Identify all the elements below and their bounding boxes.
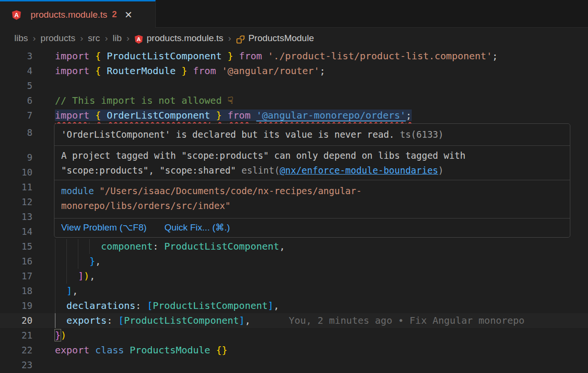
hover-eslint-line2: "scope:products", "scope:shared" eslint(… bbox=[61, 163, 570, 178]
code-token: [ bbox=[118, 315, 124, 326]
chevron-right-icon: › bbox=[80, 33, 83, 44]
quick-fix-button[interactable]: Quick Fix... (⌘.) bbox=[164, 222, 230, 232]
error-hover-popup: 'OrderListComponent' is declared but its… bbox=[54, 123, 570, 238]
line-number: 23 bbox=[0, 358, 54, 373]
editor[interactable]: 3import { ProductListComponent } from '.… bbox=[0, 49, 588, 373]
breadcrumb: libs › products › src › lib › A products… bbox=[0, 28, 588, 49]
breadcrumb-item-products[interactable]: products bbox=[41, 33, 75, 44]
line-content: exports: [ProductListComponent],You, 2 m… bbox=[54, 313, 588, 328]
line-content: ], bbox=[54, 284, 588, 298]
indent-guide bbox=[55, 269, 55, 284]
code-line-4[interactable]: 4import { RouterModule } from '@angular/… bbox=[0, 64, 588, 78]
code-token: } bbox=[227, 50, 233, 62]
code-token bbox=[210, 344, 216, 356]
code-token: } bbox=[54, 329, 61, 341]
code-token: , bbox=[72, 285, 78, 296]
code-line-15[interactable]: 15 component: ProductListComponent, bbox=[0, 239, 588, 254]
indent-guide bbox=[55, 313, 55, 328]
code-token: : bbox=[107, 315, 118, 326]
line-number: 19 bbox=[0, 298, 54, 313]
code-line-22[interactable]: 22export class ProductsModule {} bbox=[0, 343, 588, 358]
angular-icon: A bbox=[11, 10, 21, 20]
code-line-7[interactable]: 7import { OrderListComponent } from '@an… bbox=[0, 108, 588, 123]
line-number: 3 bbox=[0, 49, 54, 64]
hover-eslint-rule-link[interactable]: @nx/enforce-module-boundaries bbox=[280, 165, 438, 176]
view-problem-button[interactable]: View Problem (⌥F8) bbox=[61, 222, 147, 232]
code-token: ; bbox=[492, 50, 498, 62]
line-content: }) bbox=[54, 328, 588, 343]
tab-bar: A products.module.ts 2 ✕ bbox=[0, 0, 588, 28]
code-token: '@angular/router' bbox=[222, 65, 320, 77]
breadcrumb-item-src[interactable]: src bbox=[88, 33, 100, 44]
code-line-20[interactable]: 20 exports: [ProductListComponent],You, … bbox=[0, 313, 588, 328]
code-token: from bbox=[193, 65, 216, 77]
code-line-5[interactable]: 5 bbox=[0, 78, 588, 93]
code-token: [ bbox=[147, 300, 153, 311]
code-token bbox=[55, 315, 66, 326]
code-token bbox=[210, 110, 216, 121]
code-token bbox=[176, 65, 182, 77]
code-token: exports bbox=[66, 315, 107, 326]
code-line-18[interactable]: 18 ], bbox=[0, 284, 588, 298]
code-token: RouterModule bbox=[107, 65, 176, 77]
code-token: : bbox=[153, 241, 164, 252]
line-number: 14 bbox=[0, 224, 54, 239]
breadcrumb-item-libs[interactable]: libs bbox=[14, 33, 28, 44]
line-content: // This import is not allowed ☟ bbox=[54, 93, 588, 108]
hover-eslint-source-close: ) bbox=[438, 165, 443, 176]
tab-title: products.module.ts bbox=[31, 10, 107, 20]
code-token bbox=[89, 344, 95, 356]
indent-guide bbox=[55, 254, 55, 269]
code-token: from bbox=[227, 110, 250, 121]
code-token: } bbox=[182, 65, 187, 77]
hover-status-bar: View Problem (⌥F8) Quick Fix... (⌘.) bbox=[54, 219, 570, 237]
code-line-16[interactable]: 16 }, bbox=[0, 254, 588, 269]
code-token: ] bbox=[78, 270, 84, 282]
code-token: './product-list/product-list.component' bbox=[268, 50, 492, 62]
hover-ts-code: ts(6133) bbox=[395, 129, 444, 140]
code-line-19[interactable]: 19 declarations: [ProductListComponent], bbox=[0, 298, 588, 313]
code-token: , bbox=[274, 300, 279, 311]
code-token bbox=[216, 65, 222, 77]
code-token bbox=[262, 50, 268, 62]
indent-guide bbox=[89, 239, 90, 254]
code-token: ☟ bbox=[227, 95, 233, 106]
code-token bbox=[222, 110, 227, 121]
code-token: ] bbox=[239, 315, 245, 326]
code-token: // This import is not allowed bbox=[55, 95, 227, 106]
indent-guide bbox=[66, 239, 67, 254]
code-line-23[interactable]: 23 bbox=[0, 358, 588, 373]
code-line-21[interactable]: 21}) bbox=[0, 328, 588, 343]
line-number: 10 bbox=[0, 165, 54, 180]
code-token: { bbox=[95, 65, 101, 77]
breadcrumb-item-symbol[interactable]: ProductsModule bbox=[248, 33, 314, 44]
close-icon[interactable]: ✕ bbox=[125, 10, 133, 20]
code-token bbox=[101, 110, 107, 121]
code-token: } bbox=[216, 110, 222, 121]
code-token bbox=[89, 50, 95, 62]
error-highlight: import { OrderListComponent } from '@ang… bbox=[55, 110, 412, 121]
indent-guide bbox=[66, 254, 67, 269]
line-number: 18 bbox=[0, 284, 54, 298]
breadcrumb-item-lib[interactable]: lib bbox=[113, 33, 122, 44]
code-token: ProductListComponent bbox=[164, 241, 279, 252]
tab-products-module[interactable]: A products.module.ts 2 ✕ bbox=[0, 0, 156, 28]
git-blame-annotation: You, 2 minutes ago • Fix Angular monorep… bbox=[289, 315, 524, 326]
line-content: import { RouterModule } from '@angular/r… bbox=[54, 64, 588, 78]
code-line-6[interactable]: 6// This import is not allowed ☟ bbox=[0, 93, 588, 108]
code-token bbox=[187, 65, 193, 77]
code-token: component bbox=[101, 241, 152, 252]
line-number: 6 bbox=[0, 93, 54, 108]
code-line-3[interactable]: 3import { ProductListComponent } from '.… bbox=[0, 49, 588, 64]
svg-text:A: A bbox=[137, 36, 140, 42]
breadcrumb-item-file[interactable]: products.module.ts bbox=[147, 33, 224, 44]
code-token bbox=[250, 110, 256, 121]
class-symbol-icon bbox=[236, 35, 245, 44]
code-token: from bbox=[239, 50, 262, 62]
code-token: {} bbox=[216, 344, 227, 356]
code-token: , bbox=[245, 315, 250, 326]
code-token: ProductsModule bbox=[130, 344, 211, 356]
code-line-17[interactable]: 17 ]), bbox=[0, 269, 588, 284]
code-token: ProductListComponent bbox=[124, 315, 239, 326]
line-content: ]), bbox=[54, 269, 588, 284]
